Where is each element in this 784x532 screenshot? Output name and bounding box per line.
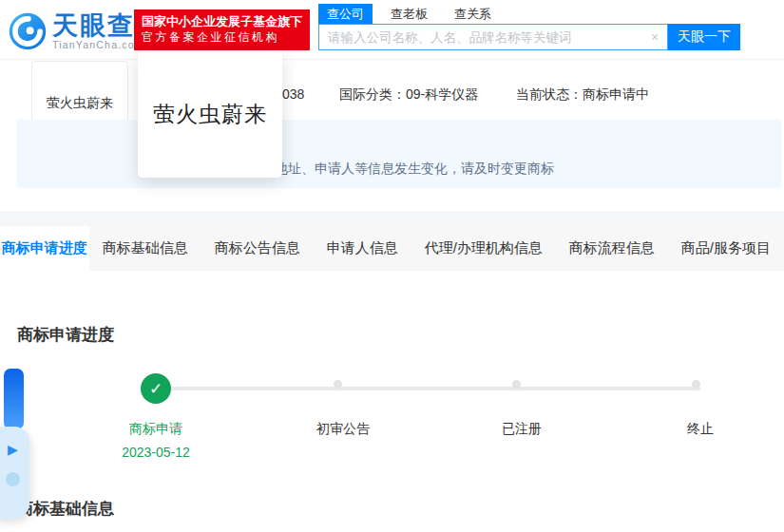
play-arrow-icon: ▶ [8,442,18,457]
change-notice-bar: 地址、申请人等信息发生变化，请及时变更商标 [17,120,781,188]
badge-line1: 国家中小企业发展子基金旗下 [142,13,302,29]
search-tab-company[interactable]: 查公司 [318,4,373,24]
search-scope-tabs: 查公司 查老板 查关系 [318,4,500,24]
clear-search-icon[interactable]: × [642,29,667,45]
gov-certification-badge: 国家中小企业发展子基金旗下 官方备案企业征信机构 [134,10,310,50]
step-label-applied: 商标申请 [129,421,182,438]
current-status: 当前状态：商标申请中 [516,86,649,104]
section-divider [0,211,784,226]
progress-section-title: 商标申请进度 [17,324,114,346]
check-icon: ✓ [149,381,163,397]
top-header: 天眼查 TianYanCha.com 国家中小企业发展子基金旗下 官方备案企业征… [0,0,784,60]
trademark-thumbnail-text: 萤火虫蔚来 [47,95,113,112]
step-pending-circle [512,380,521,389]
tianyancha-logo[interactable]: 天眼查 TianYanCha.com [8,11,144,51]
registration-number-fragment: 038 [282,86,304,102]
search-tab-relation[interactable]: 查关系 [446,4,500,24]
international-class: 国际分类：09-科学仪器 [339,86,478,104]
detail-tabbar: 商标申请进度 商标基础信息 商标公告信息 申请人信息 代理/办理机构信息 商标流… [0,226,784,271]
search-button[interactable]: 天眼一下 [668,24,740,50]
tab-application-progress[interactable]: 商标申请进度 [0,226,89,271]
step-label-registered: 已注册 [502,421,542,438]
tab-agency-info[interactable]: 代理/办理机构信息 [411,226,556,271]
helper-dot-icon [6,472,20,486]
floating-side-widget[interactable] [4,369,24,429]
badge-line2: 官方备案企业征信机构 [142,29,302,46]
brand-domain: TianYanCha.com [52,39,144,51]
eye-swirl-logo-icon [8,11,48,51]
page: 天眼查 TianYanCha.com 国家中小企业发展子基金旗下 官方备案企业征… [0,0,784,532]
step-date-applied: 2023-05-12 [122,445,190,460]
search-tab-boss[interactable]: 查老板 [382,4,436,24]
tab-process-info[interactable]: 商标流程信息 [556,226,668,271]
logo-text: 天眼查 TianYanCha.com [52,12,144,51]
search-input[interactable] [319,25,642,49]
tab-applicant-info[interactable]: 申请人信息 [314,226,411,271]
notice-text: 地址、申请人等信息发生变化，请及时变更商标 [275,161,554,178]
step-pending-circle [334,380,342,389]
step-pending-circle [692,380,700,389]
step-done-circle: ✓ [141,373,171,404]
tab-gazette-info[interactable]: 商标公告信息 [201,226,314,271]
trademark-preview-text: 萤火虫蔚来 [153,100,267,129]
tab-basic-info[interactable]: 商标基础信息 [89,226,201,271]
progress-track [156,387,700,390]
floating-helper-widget[interactable]: ▶ [0,427,29,519]
step-label-preliminary: 初审公告 [316,421,370,438]
brand-name: 天眼查 [52,12,144,39]
step-label-terminated: 终止 [687,421,714,438]
basic-info-section-title: 商标基础信息 [17,498,114,520]
trademark-preview-popup: 萤火虫蔚来 [138,50,282,178]
search-box: × [318,24,668,50]
tab-goods-services[interactable]: 商品/服务项目 [668,226,784,271]
